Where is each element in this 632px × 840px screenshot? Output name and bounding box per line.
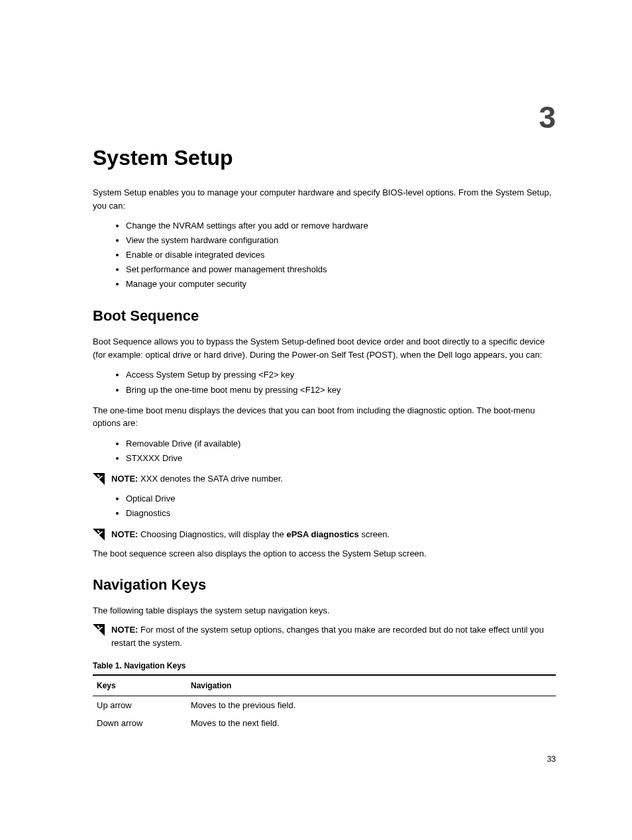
list-item: Change the NVRAM settings after you add …: [126, 219, 556, 233]
list-item: Removable Drive (if available): [126, 437, 556, 451]
list-item: View the system hardware configuration: [126, 233, 556, 248]
note-body-prefix: Choosing Diagnostics, will display the: [138, 529, 286, 539]
chapter-number: 3: [539, 99, 556, 135]
list-item: Access System Setup by pressing <F2> key: [126, 368, 556, 382]
table-row: Up arrow Moves to the previous field.: [93, 696, 556, 715]
table-caption: Table 1. Navigation Keys: [93, 661, 556, 670]
note-bold-term: ePSA diagnostics: [286, 529, 358, 539]
note-body-suffix: screen.: [359, 529, 390, 539]
boot-list-2: Removable Drive (if available) STXXXX Dr…: [93, 437, 556, 466]
body-paragraph: The boot sequence screen also displays t…: [93, 547, 556, 560]
boot-list-3: Optical Drive Diagnostics: [93, 492, 556, 521]
list-item: Manage your computer security: [126, 277, 556, 291]
page-number: 33: [547, 755, 556, 764]
section-heading-navigation-keys: Navigation Keys: [93, 576, 556, 594]
note-icon: [93, 529, 105, 541]
note-icon: [93, 624, 105, 636]
note-body: For most of the system setup options, ch…: [111, 625, 544, 648]
list-item: STXXXX Drive: [126, 451, 556, 466]
body-paragraph: The following table displays the system …: [93, 604, 556, 617]
intro-paragraph: System Setup enables you to manage your …: [93, 186, 556, 212]
note-text: NOTE: XXX denotes the SATA drive number.: [111, 472, 556, 486]
table-cell-key: Down arrow: [93, 714, 187, 732]
note-body: XXX denotes the SATA drive number.: [138, 474, 282, 484]
table-cell-nav: Moves to the next field.: [187, 714, 556, 732]
list-item: Set performance and power management thr…: [126, 262, 556, 277]
boot-list-1: Access System Setup by pressing <F2> key…: [93, 368, 556, 397]
section-heading-boot-sequence: Boot Sequence: [93, 307, 556, 325]
list-item: Enable or disable integrated devices: [126, 248, 556, 262]
document-page: 3 System Setup System Setup enables you …: [0, 0, 632, 772]
note-block: NOTE: For most of the system setup optio…: [93, 623, 556, 649]
body-paragraph: The one-time boot menu displays the devi…: [93, 404, 556, 430]
page-title: System Setup: [93, 146, 556, 170]
table-row: Down arrow Moves to the next field.: [93, 714, 556, 732]
note-block: NOTE: XXX denotes the SATA drive number.: [93, 472, 556, 486]
note-icon: [93, 473, 105, 485]
table-header-keys: Keys: [93, 675, 187, 696]
list-item: Optical Drive: [126, 492, 556, 506]
table-cell-key: Up arrow: [93, 696, 187, 715]
list-item: Bring up the one-time boot menu by press…: [126, 383, 556, 397]
body-paragraph: Boot Sequence allows you to bypass the S…: [93, 335, 556, 361]
table-header-row: Keys Navigation: [93, 675, 556, 696]
table-cell-nav: Moves to the previous field.: [187, 696, 556, 715]
note-label: NOTE:: [111, 474, 138, 484]
note-label: NOTE:: [111, 625, 138, 635]
table-header-navigation: Navigation: [187, 675, 556, 696]
navigation-keys-table: Keys Navigation Up arrow Moves to the pr…: [93, 674, 556, 732]
intro-list: Change the NVRAM settings after you add …: [93, 219, 556, 291]
note-block: NOTE: Choosing Diagnostics, will display…: [93, 528, 556, 541]
note-label: NOTE:: [111, 529, 138, 539]
list-item: Diagnostics: [126, 506, 556, 521]
note-text: NOTE: Choosing Diagnostics, will display…: [111, 528, 556, 541]
note-text: NOTE: For most of the system setup optio…: [111, 623, 556, 649]
